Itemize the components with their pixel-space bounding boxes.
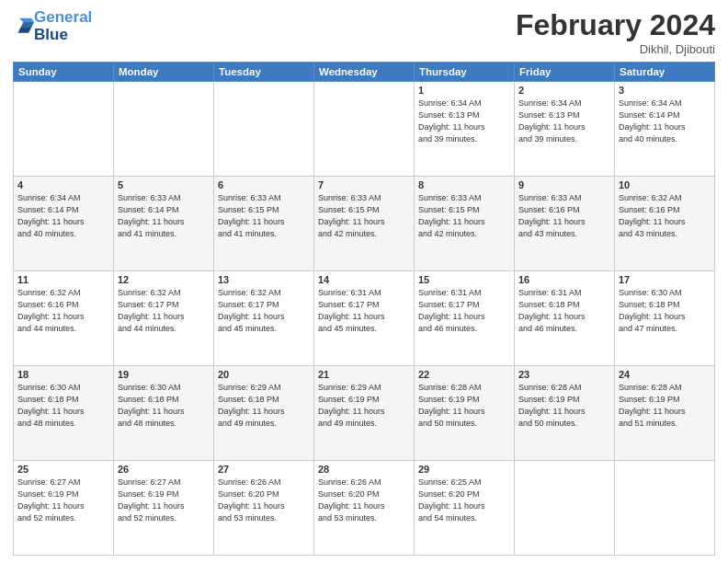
day-info: Sunrise: 6:30 AMSunset: 6:18 PMDaylight:… xyxy=(619,287,711,335)
day-number: 20 xyxy=(218,369,310,380)
page: GeneralBlue February 2024 Dikhil, Djibou… xyxy=(0,0,728,563)
day-number: 3 xyxy=(619,85,711,96)
calendar-cell: 8Sunrise: 6:33 AMSunset: 6:15 PMDaylight… xyxy=(415,177,515,271)
day-info: Sunrise: 6:26 AMSunset: 6:20 PMDaylight:… xyxy=(218,477,310,524)
day-info: Sunrise: 6:32 AMSunset: 6:17 PMDaylight:… xyxy=(118,287,210,335)
day-info: Sunrise: 6:31 AMSunset: 6:17 PMDaylight:… xyxy=(418,287,510,335)
day-number: 15 xyxy=(418,274,510,285)
day-number: 24 xyxy=(619,369,711,380)
calendar-cell: 20Sunrise: 6:29 AMSunset: 6:18 PMDayligh… xyxy=(214,366,314,461)
svg-marker-0 xyxy=(19,17,34,21)
logo-text: GeneralBlue xyxy=(34,9,92,43)
calendar-cell: 19Sunrise: 6:30 AMSunset: 6:18 PMDayligh… xyxy=(114,366,214,461)
weekday-header-thursday: Thursday xyxy=(415,63,515,82)
day-info: Sunrise: 6:34 AMSunset: 6:13 PMDaylight:… xyxy=(518,98,610,145)
day-info: Sunrise: 6:30 AMSunset: 6:18 PMDaylight:… xyxy=(17,382,109,430)
day-number: 27 xyxy=(218,464,310,475)
weekday-header-row: SundayMondayTuesdayWednesdayThursdayFrid… xyxy=(14,63,715,82)
day-number: 4 xyxy=(17,179,109,190)
week-row-4: 18Sunrise: 6:30 AMSunset: 6:18 PMDayligh… xyxy=(14,366,715,461)
calendar-cell xyxy=(515,461,615,556)
day-info: Sunrise: 6:32 AMSunset: 6:16 PMDaylight:… xyxy=(17,287,109,335)
calendar-cell: 22Sunrise: 6:28 AMSunset: 6:19 PMDayligh… xyxy=(415,366,515,461)
day-number: 1 xyxy=(418,85,510,96)
day-info: Sunrise: 6:32 AMSunset: 6:17 PMDaylight:… xyxy=(218,287,310,335)
day-info: Sunrise: 6:28 AMSunset: 6:19 PMDaylight:… xyxy=(418,382,510,430)
day-number: 12 xyxy=(118,274,210,285)
calendar-cell: 15Sunrise: 6:31 AMSunset: 6:17 PMDayligh… xyxy=(415,271,515,366)
calendar-cell: 23Sunrise: 6:28 AMSunset: 6:19 PMDayligh… xyxy=(515,366,615,461)
weekday-header-sunday: Sunday xyxy=(14,63,114,82)
calendar-cell: 18Sunrise: 6:30 AMSunset: 6:18 PMDayligh… xyxy=(14,366,114,461)
calendar-cell: 3Sunrise: 6:34 AMSunset: 6:14 PMDaylight… xyxy=(615,82,715,177)
calendar-cell: 26Sunrise: 6:27 AMSunset: 6:19 PMDayligh… xyxy=(114,461,214,556)
day-info: Sunrise: 6:28 AMSunset: 6:19 PMDaylight:… xyxy=(518,382,610,430)
calendar-cell: 1Sunrise: 6:34 AMSunset: 6:13 PMDaylight… xyxy=(415,82,515,177)
calendar-cell: 21Sunrise: 6:29 AMSunset: 6:19 PMDayligh… xyxy=(314,366,415,461)
calendar-cell: 10Sunrise: 6:32 AMSunset: 6:16 PMDayligh… xyxy=(615,177,715,271)
day-number: 26 xyxy=(118,464,210,475)
calendar-cell: 5Sunrise: 6:33 AMSunset: 6:14 PMDaylight… xyxy=(114,177,214,271)
day-info: Sunrise: 6:34 AMSunset: 6:13 PMDaylight:… xyxy=(418,98,510,145)
calendar-cell: 4Sunrise: 6:34 AMSunset: 6:14 PMDaylight… xyxy=(14,177,114,271)
day-info: Sunrise: 6:32 AMSunset: 6:16 PMDaylight:… xyxy=(619,192,711,240)
day-info: Sunrise: 6:33 AMSunset: 6:15 PMDaylight:… xyxy=(318,192,410,240)
calendar-cell: 11Sunrise: 6:32 AMSunset: 6:16 PMDayligh… xyxy=(14,271,114,366)
day-number: 19 xyxy=(118,369,210,380)
calendar-subtitle: Dikhil, Djibouti xyxy=(516,42,715,56)
day-info: Sunrise: 6:25 AMSunset: 6:20 PMDaylight:… xyxy=(418,477,510,524)
calendar-cell: 14Sunrise: 6:31 AMSunset: 6:17 PMDayligh… xyxy=(314,271,415,366)
day-info: Sunrise: 6:34 AMSunset: 6:14 PMDaylight:… xyxy=(17,192,109,240)
day-info: Sunrise: 6:26 AMSunset: 6:20 PMDaylight:… xyxy=(318,477,410,524)
week-row-5: 25Sunrise: 6:27 AMSunset: 6:19 PMDayligh… xyxy=(14,461,715,556)
calendar-cell: 25Sunrise: 6:27 AMSunset: 6:19 PMDayligh… xyxy=(14,461,114,556)
calendar-cell: 27Sunrise: 6:26 AMSunset: 6:20 PMDayligh… xyxy=(214,461,314,556)
week-row-1: 1Sunrise: 6:34 AMSunset: 6:13 PMDaylight… xyxy=(14,82,715,177)
calendar-title: February 2024 xyxy=(516,9,715,41)
day-number: 29 xyxy=(418,464,510,475)
day-number: 22 xyxy=(418,369,510,380)
calendar-cell: 12Sunrise: 6:32 AMSunset: 6:17 PMDayligh… xyxy=(114,271,214,366)
calendar-cell: 6Sunrise: 6:33 AMSunset: 6:15 PMDaylight… xyxy=(214,177,314,271)
day-number: 17 xyxy=(619,274,711,285)
day-info: Sunrise: 6:29 AMSunset: 6:19 PMDaylight:… xyxy=(318,382,410,430)
header: GeneralBlue February 2024 Dikhil, Djibou… xyxy=(13,9,715,56)
day-info: Sunrise: 6:29 AMSunset: 6:18 PMDaylight:… xyxy=(218,382,310,430)
calendar-cell: 7Sunrise: 6:33 AMSunset: 6:15 PMDaylight… xyxy=(314,177,415,271)
calendar-cell: 2Sunrise: 6:34 AMSunset: 6:13 PMDaylight… xyxy=(515,82,615,177)
calendar-cell: 24Sunrise: 6:28 AMSunset: 6:19 PMDayligh… xyxy=(615,366,715,461)
day-info: Sunrise: 6:33 AMSunset: 6:15 PMDaylight:… xyxy=(218,192,310,240)
calendar-cell: 28Sunrise: 6:26 AMSunset: 6:20 PMDayligh… xyxy=(314,461,415,556)
weekday-header-monday: Monday xyxy=(114,63,214,82)
day-number: 13 xyxy=(218,274,310,285)
day-number: 25 xyxy=(17,464,109,475)
day-info: Sunrise: 6:31 AMSunset: 6:17 PMDaylight:… xyxy=(318,287,410,335)
calendar-cell xyxy=(114,82,214,177)
calendar-cell: 17Sunrise: 6:30 AMSunset: 6:18 PMDayligh… xyxy=(615,271,715,366)
calendar-cell xyxy=(615,461,715,556)
svg-marker-1 xyxy=(20,22,34,28)
day-number: 11 xyxy=(17,274,109,285)
day-number: 18 xyxy=(17,369,109,380)
day-number: 28 xyxy=(318,464,410,475)
day-number: 16 xyxy=(518,274,610,285)
day-info: Sunrise: 6:33 AMSunset: 6:16 PMDaylight:… xyxy=(518,192,610,240)
day-number: 5 xyxy=(118,179,210,190)
day-number: 10 xyxy=(619,179,711,190)
week-row-3: 11Sunrise: 6:32 AMSunset: 6:16 PMDayligh… xyxy=(14,271,715,366)
calendar-cell: 29Sunrise: 6:25 AMSunset: 6:20 PMDayligh… xyxy=(415,461,515,556)
day-info: Sunrise: 6:33 AMSunset: 6:15 PMDaylight:… xyxy=(418,192,510,240)
weekday-header-wednesday: Wednesday xyxy=(314,63,415,82)
day-info: Sunrise: 6:27 AMSunset: 6:19 PMDaylight:… xyxy=(118,477,210,524)
weekday-header-friday: Friday xyxy=(515,63,615,82)
calendar-cell xyxy=(314,82,415,177)
day-number: 9 xyxy=(518,179,610,190)
day-info: Sunrise: 6:34 AMSunset: 6:14 PMDaylight:… xyxy=(619,98,711,145)
day-info: Sunrise: 6:28 AMSunset: 6:19 PMDaylight:… xyxy=(619,382,711,430)
calendar-cell xyxy=(214,82,314,177)
logo-icon xyxy=(14,15,34,35)
svg-marker-2 xyxy=(17,28,31,33)
calendar-cell xyxy=(14,82,114,177)
calendar-table: SundayMondayTuesdayWednesdayThursdayFrid… xyxy=(13,62,715,556)
day-info: Sunrise: 6:33 AMSunset: 6:14 PMDaylight:… xyxy=(118,192,210,240)
